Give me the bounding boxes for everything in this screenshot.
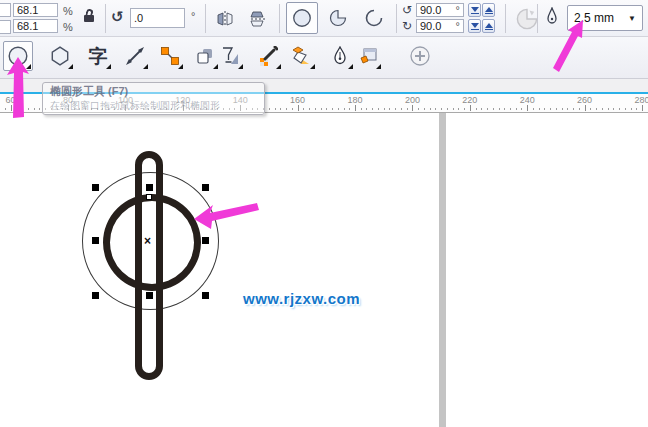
ellipse-tool-button[interactable] [3, 41, 33, 71]
ruler-tick-minor [234, 108, 235, 110]
separator [396, 4, 397, 33]
ruler-label: 140 [233, 95, 248, 105]
start-angle-down-button[interactable] [468, 3, 481, 17]
ruler-tick-minor [79, 108, 80, 110]
ruler-tick-minor [596, 108, 597, 110]
pie-icon [328, 8, 348, 28]
ruler-tick-minor [550, 108, 551, 110]
connector-tool-button[interactable] [155, 41, 185, 71]
start-angle-up-button[interactable] [482, 3, 495, 17]
end-angle-input[interactable]: 90.0 ° [416, 19, 464, 33]
ruler-tick-minor [395, 108, 396, 110]
outline-pen-tool-button[interactable] [325, 41, 355, 71]
start-angle-value: 90.0 [420, 4, 441, 16]
ruler-tick-minor [556, 108, 557, 110]
dimension-tool-button[interactable] [120, 41, 150, 71]
selection-handle-mid-left[interactable] [92, 237, 99, 244]
watermark-text: www.rjzxw.com [243, 290, 360, 307]
ruler-label: 220 [462, 95, 477, 105]
ruler-tick-minor [5, 108, 6, 110]
fill-dialog-tool-button[interactable] [353, 41, 383, 71]
ruler-tick-minor [349, 108, 350, 110]
outline-width-nib-icon [544, 7, 560, 27]
separator [105, 4, 106, 33]
ruler-tick-minor [309, 108, 310, 110]
ruler-tick-minor [567, 108, 568, 110]
smart-fill-tool-button[interactable] [287, 41, 317, 71]
change-direction-button[interactable] [511, 3, 543, 35]
rotation-angle-input[interactable] [130, 8, 185, 28]
ruler-tick-minor [516, 108, 517, 110]
ellipse-node[interactable] [146, 194, 152, 200]
ruler-tick-minor [114, 108, 115, 110]
selection-handle-top-left[interactable] [92, 184, 99, 191]
ruler-tick-minor [562, 108, 563, 110]
ruler-tick-minor [493, 108, 494, 110]
pie-mode-button[interactable] [324, 4, 352, 32]
ruler-label: 120 [175, 95, 190, 105]
mirror-vertical-button[interactable] [243, 5, 271, 33]
ruler-tick-major [585, 105, 586, 111]
ruler-tick-minor [418, 108, 419, 110]
add-tools-button[interactable] [405, 41, 435, 71]
start-angle-input[interactable]: 90.0 ° [416, 3, 464, 17]
lock-ratio-button[interactable] [80, 8, 98, 28]
ruler-tick-minor [464, 108, 465, 110]
ruler-tick-minor [39, 108, 40, 110]
selection-handle-bottom-right[interactable] [202, 292, 209, 299]
scale-height-input[interactable] [13, 19, 58, 33]
separator [205, 4, 206, 33]
selection-handle-bottom-center[interactable] [146, 292, 153, 299]
lock-icon [84, 15, 94, 22]
selection-handle-top-right[interactable] [202, 184, 209, 191]
ruler-tick-minor [154, 108, 155, 110]
outline-width-combobox[interactable]: 2.5 mm ▼ [567, 5, 643, 31]
ruler-tick-minor [573, 108, 574, 110]
end-angle-spinner [468, 19, 495, 33]
ruler-tick-minor [487, 108, 488, 110]
ruler-tick-minor [424, 108, 425, 110]
direction-icon-disabled [515, 7, 539, 31]
horizontal-ruler[interactable]: 6080100120140160180200220240260280 [0, 94, 648, 113]
toolbox-bar: 字 [0, 37, 648, 79]
ruler-tick-minor [212, 108, 213, 110]
ruler-tick-minor [74, 108, 75, 110]
ruler-tick-minor [223, 108, 224, 110]
ruler-tick-minor [378, 108, 379, 110]
object-position-fields-partial[interactable] [0, 3, 11, 34]
end-angle-up-button[interactable] [482, 19, 495, 33]
arc-mode-button[interactable] [360, 4, 388, 32]
text-tool-button[interactable]: 字 [83, 41, 113, 71]
selection-handle-bottom-left[interactable] [92, 292, 99, 299]
ruler-tick-minor [166, 108, 167, 110]
end-angle-down-button[interactable] [468, 19, 481, 33]
ruler-tick-minor [539, 108, 540, 110]
ruler-tick-minor [407, 108, 408, 110]
property-bar: % % ↺ ° [0, 0, 648, 37]
selection-handle-mid-right[interactable] [202, 237, 209, 244]
ruler-label: 240 [520, 95, 535, 105]
ruler-tick-minor [441, 108, 442, 110]
ruler-tick-minor [16, 108, 17, 110]
mirror-horizontal-button[interactable] [211, 5, 239, 33]
ruler-tick-minor [430, 108, 431, 110]
transparency-tool-button[interactable] [215, 41, 245, 71]
ellipse-mode-button[interactable] [286, 2, 318, 34]
polygon-tool-button[interactable] [45, 41, 75, 71]
ruler-tick-minor [384, 108, 385, 110]
dimension-tool-icon [125, 46, 145, 66]
eyedropper-tool-button[interactable] [253, 41, 283, 71]
ruler-tick-minor [625, 108, 626, 110]
selection-handle-top-center[interactable] [146, 184, 153, 191]
combobox-dropdown-icon[interactable]: ▼ [628, 14, 642, 23]
start-angle-degree: ° [456, 4, 460, 16]
ruler-tick-minor [401, 108, 402, 110]
ruler-label: 280 [634, 95, 648, 105]
ruler-tick-minor [338, 108, 339, 110]
separator [537, 4, 538, 33]
ruler-tick-minor [131, 108, 132, 110]
rotation-degree-label: ° [191, 10, 195, 22]
scale-width-input[interactable] [13, 3, 58, 17]
ruler-tick-minor [57, 108, 58, 110]
drawing-canvas[interactable]: × www.rjzxw.com [0, 113, 648, 427]
